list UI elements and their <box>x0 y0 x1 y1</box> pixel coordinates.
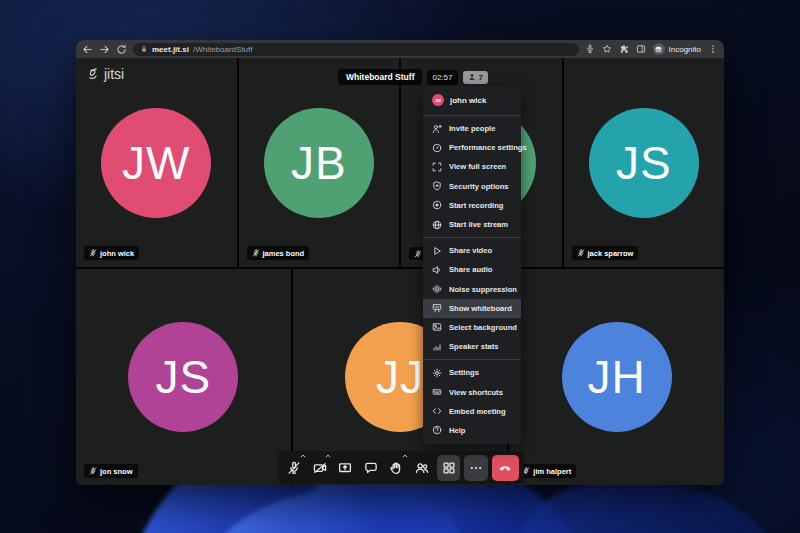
participant-count-badge[interactable]: 7 <box>463 71 488 84</box>
menu-item-view-shortcuts[interactable]: View shortcuts <box>423 382 521 401</box>
back-icon[interactable] <box>82 44 93 55</box>
avatar: JS <box>128 322 238 432</box>
menu-item-label: View full screen <box>449 162 506 171</box>
menu-user-header[interactable]: JW john wick <box>423 90 521 112</box>
menu-item-select-background[interactable]: Select background <box>423 318 521 337</box>
bookmark-star-icon[interactable] <box>602 44 612 54</box>
menu-item-settings[interactable]: Settings <box>423 363 521 382</box>
incognito-icon <box>653 43 665 55</box>
avatar-initials: JW <box>122 136 190 190</box>
avatar: JH <box>562 322 672 432</box>
reload-icon[interactable] <box>116 44 127 55</box>
participant-name: james bond <box>263 249 305 258</box>
fullscreen-icon <box>432 162 442 172</box>
menu-item-start-recording[interactable]: Start recording <box>423 196 521 215</box>
menu-item-label: Start live stream <box>449 220 508 229</box>
chevron-up-icon[interactable] <box>324 452 332 460</box>
participant-tile-jack-sparrow[interactable]: JSjack sparrow <box>564 58 725 267</box>
browser-window: meet.jit.si/WhiteboardStuff <box>76 40 724 485</box>
participant-tile-jon-snow[interactable]: JSjon snow <box>76 269 291 485</box>
meeting-timer: 02:57 <box>427 70 457 85</box>
tiles-row-top: JWjohn wickJBjames bondJSjack sparrow <box>76 58 724 267</box>
mic-permission-icon[interactable] <box>585 44 595 54</box>
participants-icon <box>415 461 429 475</box>
desktop-wallpaper: meet.jit.si/WhiteboardStuff <box>0 0 800 533</box>
share-screen-button[interactable] <box>334 456 356 480</box>
menu-item-help[interactable]: Help <box>423 421 521 440</box>
whiteboard-icon <box>432 303 442 313</box>
menu-item-start-live-stream[interactable]: Start live stream <box>423 215 521 234</box>
avatar-initials: JS <box>616 136 672 190</box>
menu-item-label: Speaker stats <box>449 342 498 351</box>
url-host: meet.jit.si <box>152 45 189 54</box>
chevron-up-icon[interactable] <box>299 452 307 460</box>
menu-item-label: Embed meeting <box>449 407 506 416</box>
raise-hand-button[interactable] <box>386 456 408 480</box>
menu-item-noise-suppression[interactable]: Noise suppression <box>423 280 521 299</box>
participant-name-tag: jon snow <box>84 464 138 478</box>
meeting-toolbar <box>278 451 524 484</box>
extensions-puzzle-icon[interactable] <box>619 44 629 54</box>
participant-tile-james-bond[interactable]: JBjames bond <box>239 58 400 267</box>
jitsi-logo-icon <box>86 67 101 82</box>
dots-icon <box>469 461 483 475</box>
mic-muted-small-icon <box>577 249 585 257</box>
stats-icon <box>432 342 442 352</box>
tile-view-button[interactable] <box>437 455 460 481</box>
browser-toolbar: meet.jit.si/WhiteboardStuff <box>76 40 724 58</box>
url-path: /WhiteboardStuff <box>193 45 252 54</box>
chevron-up-icon[interactable] <box>401 452 409 460</box>
menu-item-share-audio[interactable]: Share audio <box>423 260 521 279</box>
incognito-profile[interactable]: Incognito <box>653 43 701 55</box>
hand-icon <box>389 461 403 475</box>
menu-item-label: Share audio <box>449 265 492 274</box>
image-icon <box>432 322 442 332</box>
participant-name: jack sparrow <box>588 249 634 258</box>
participant-tile-jim-halpert[interactable]: JHjim halpert <box>509 269 724 485</box>
hangup-button[interactable] <box>492 455 519 481</box>
menu-item-security-options[interactable]: Security options <box>423 177 521 196</box>
menu-divider <box>423 237 521 238</box>
menu-item-label: Start recording <box>449 201 503 210</box>
menu-divider <box>423 115 521 116</box>
menu-item-label: View shortcuts <box>449 388 503 397</box>
participant-name-tag: jack sparrow <box>572 246 639 260</box>
meeting-header: Whiteboard Stuff 02:57 7 <box>338 69 488 85</box>
browser-menu-kebab-icon[interactable] <box>708 44 718 54</box>
side-panel-icon[interactable] <box>636 44 646 54</box>
menu-item-embed-meeting[interactable]: Embed meeting <box>423 402 521 421</box>
participants-button[interactable] <box>411 456 433 480</box>
forward-icon[interactable] <box>99 44 110 55</box>
camera-toggle-button[interactable] <box>309 456 331 480</box>
menu-item-label: Share video <box>449 246 492 255</box>
shortcuts-icon <box>432 387 442 397</box>
menu-item-label: Security options <box>449 182 509 191</box>
code-icon <box>432 406 442 416</box>
microphone-toggle-button[interactable] <box>283 456 305 480</box>
menu-item-performance-settings[interactable]: Performance settings <box>423 138 521 157</box>
participant-count: 7 <box>479 73 483 82</box>
menu-item-label: Show whiteboard <box>449 304 512 313</box>
record-icon <box>432 200 442 210</box>
menu-divider <box>423 359 521 360</box>
chat-button[interactable] <box>360 456 382 480</box>
participant-name-tag: john wick <box>84 246 139 260</box>
jitsi-logo-text: jitsi <box>104 66 124 82</box>
participant-tile-john-wick[interactable]: JWjohn wick <box>76 58 237 267</box>
more-actions-button[interactable] <box>464 455 487 481</box>
camera-off-icon <box>313 461 327 475</box>
menu-item-share-video[interactable]: Share video <box>423 241 521 260</box>
menu-item-speaker-stats[interactable]: Speaker stats <box>423 337 521 356</box>
avatar-initials: JB <box>291 136 347 190</box>
volume-icon <box>432 265 442 275</box>
menu-item-show-whiteboard[interactable]: Show whiteboard <box>423 299 521 318</box>
avatar: JW <box>101 108 211 218</box>
menu-item-label: Invite people <box>449 124 495 133</box>
mic-muted-small-icon <box>89 249 97 257</box>
address-bar[interactable]: meet.jit.si/WhiteboardStuff <box>133 43 579 56</box>
menu-item-view-full-screen[interactable]: View full screen <box>423 157 521 176</box>
menu-item-invite-people[interactable]: Invite people <box>423 119 521 138</box>
gear-icon <box>432 368 442 378</box>
menu-item-label: Performance settings <box>449 143 527 152</box>
gauge-icon <box>432 143 442 153</box>
